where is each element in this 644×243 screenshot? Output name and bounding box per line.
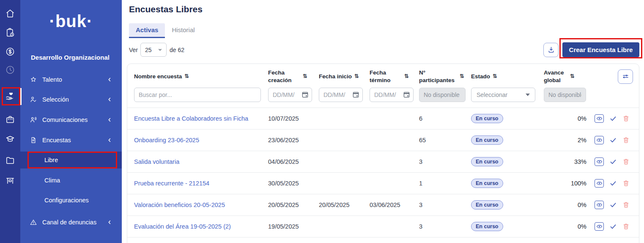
sort-icon[interactable] <box>570 73 574 80</box>
view-results-button[interactable] <box>595 179 604 188</box>
date-input-creacion[interactable] <box>268 88 312 102</box>
home-icon <box>5 8 15 19</box>
status-badge: En curso <box>471 157 503 166</box>
survey-name-link[interactable]: Onboarding 23-06-2025 <box>134 137 268 144</box>
main-content: Encuestas Libres Activas Historial Ver 2… <box>122 0 644 243</box>
participants-filter-disabled <box>419 88 466 102</box>
fecha-creacion-cell: 30/05/2025 <box>268 180 319 187</box>
sort-icon[interactable] <box>493 73 497 80</box>
home-nav[interactable] <box>5 8 15 19</box>
page-size-select[interactable]: 25 <box>140 43 167 57</box>
download-button[interactable] <box>543 43 559 57</box>
table-filter-row: Seleccionar <box>127 84 639 108</box>
chevron-left-icon[interactable] <box>107 77 112 83</box>
delete-button[interactable] <box>622 115 630 122</box>
date-input-termino[interactable] <box>370 88 414 102</box>
trash-icon <box>622 201 630 209</box>
search-input[interactable] <box>134 88 261 102</box>
delete-button[interactable] <box>622 179 630 187</box>
sort-icon[interactable] <box>354 73 359 80</box>
chevron-left-icon[interactable] <box>107 117 112 123</box>
surveys-table: Nombre encuesta Fecha creación Fecha ini… <box>127 64 639 243</box>
download-icon <box>547 46 555 54</box>
survey-name-link[interactable]: Prueba recurrente - 212154 <box>134 180 268 187</box>
tab-historial[interactable]: Historial <box>165 23 201 38</box>
training-cap-nav[interactable] <box>5 134 15 144</box>
tab-activas[interactable]: Activas <box>129 23 165 38</box>
chevron-left-icon[interactable] <box>107 137 112 143</box>
sort-icon[interactable] <box>303 73 307 80</box>
folder-icon <box>5 155 15 166</box>
fecha-creacion-cell: 20/05/2025 <box>268 202 319 208</box>
table-row: Evaluación del Área 19-05-2025 (4) 19/05… <box>127 237 639 243</box>
column-settings-button[interactable] <box>618 69 633 84</box>
sidebar-item-label: Encuestas <box>42 137 71 144</box>
sidebar-item-libre[interactable]: Libre <box>20 152 122 168</box>
approve-button[interactable] <box>609 201 617 209</box>
sidebar-item-label: Canal de denuncias <box>42 219 96 226</box>
approve-button[interactable] <box>609 223 617 230</box>
approve-button[interactable] <box>609 179 617 187</box>
participantes-cell: 3 <box>419 158 471 165</box>
counter-nav[interactable] <box>5 175 15 185</box>
fecha-creacion-filter <box>268 88 312 102</box>
chevron-left-icon[interactable] <box>107 97 112 102</box>
col-estado: Estado <box>471 73 544 80</box>
survey-name-link[interactable]: Salida voluntaria <box>134 158 268 165</box>
sort-icon[interactable] <box>404 73 408 80</box>
estado-cell: En curso <box>471 200 544 210</box>
sort-icon[interactable] <box>460 73 464 80</box>
sidebar-item-selección[interactable]: Selección <box>20 91 122 108</box>
chevron-left-icon[interactable] <box>107 219 112 225</box>
lunchbox-nav[interactable] <box>5 114 15 124</box>
delete-button[interactable] <box>622 158 630 166</box>
survey-name-link[interactable]: Encuesta Libre a Colaboradores sin Ficha <box>134 115 268 122</box>
view-results-button[interactable] <box>595 136 604 144</box>
status-filter-select[interactable]: Seleccionar <box>471 88 535 102</box>
sidebar-item-clima[interactable]: Clima <box>20 172 122 189</box>
approve-button[interactable] <box>609 158 617 166</box>
row-actions <box>595 136 633 144</box>
sidebar-item-talento[interactable]: Talento <box>20 71 122 88</box>
row-actions <box>595 157 633 166</box>
counter-icon <box>5 175 15 185</box>
eye-icon <box>596 202 603 207</box>
folder-nav[interactable] <box>5 155 15 166</box>
progress-filter-disabled <box>544 88 586 102</box>
sidebar-item-canal-de-denuncias[interactable]: Canal de denuncias <box>20 214 122 231</box>
page-title: Encuestas Libres <box>129 4 644 14</box>
sidebar-item-comunicaciones[interactable]: Comunicaciones <box>20 111 122 128</box>
avance-cell: 0% <box>544 202 595 208</box>
view-results-button[interactable] <box>595 222 604 231</box>
approve-button[interactable] <box>609 136 617 144</box>
delete-button[interactable] <box>622 136 630 144</box>
survey-name-link[interactable]: Evaluación del Área 19-05-2025 (2) <box>134 223 268 230</box>
sidebar-item-configuraciones[interactable]: Configuraciones <box>20 192 122 209</box>
fecha-creacion-cell: 23/06/2025 <box>268 137 319 144</box>
view-results-button[interactable] <box>595 157 604 166</box>
row-actions <box>595 179 633 188</box>
delete-button[interactable] <box>622 223 630 230</box>
sort-icon[interactable] <box>184 73 189 80</box>
create-survey-button[interactable]: Crear Encuesta Libre <box>562 42 639 57</box>
table-row: Onboarding 23-06-2025 23/06/2025 65 En c… <box>127 129 639 151</box>
sidebar: ·buk· Desarrollo Organizacional TalentoS… <box>20 0 122 243</box>
benefits-hand-heart-nav[interactable] <box>5 91 15 101</box>
view-results-button[interactable] <box>595 114 604 123</box>
eye-icon <box>596 116 603 121</box>
date-input-inicio[interactable] <box>319 88 363 102</box>
delete-button[interactable] <box>622 201 630 209</box>
attendance-clipboard-nav[interactable] <box>5 28 15 38</box>
participantes-cell: 1 <box>419 180 471 187</box>
status-badge: En curso <box>471 135 503 145</box>
payroll-dollar-icon <box>5 47 15 57</box>
sidebar-item-encuestas[interactable]: Encuestas <box>20 132 122 149</box>
approve-button[interactable] <box>609 115 617 122</box>
view-results-button[interactable] <box>595 201 604 209</box>
payroll-dollar-nav[interactable] <box>5 47 15 57</box>
time-clock-nav[interactable] <box>5 65 15 75</box>
survey-name-link[interactable]: Valoración beneficios 20-05-2025 <box>134 202 268 208</box>
time-clock-icon <box>5 65 15 75</box>
column-settings-icon <box>622 72 630 80</box>
row-actions <box>595 201 633 209</box>
